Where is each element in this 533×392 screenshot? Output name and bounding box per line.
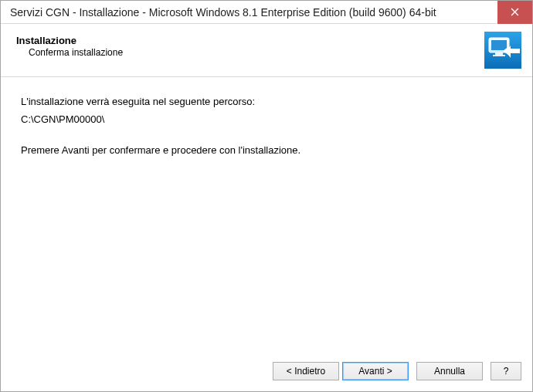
cancel-button[interactable]: Annulla: [416, 362, 483, 380]
wizard-footer: < Indietro Avanti > Annulla ?: [1, 354, 532, 391]
titlebar: Servizi CGN - Installazione - Microsoft …: [1, 1, 532, 24]
install-path-value: C:\CGN\PM00000\: [21, 112, 512, 127]
header-text-block: Installazione Conferma installazione: [16, 32, 484, 58]
install-path-label: L'installazione verrà eseguita nel segue…: [21, 94, 512, 110]
next-button[interactable]: Avanti >: [342, 362, 409, 380]
svg-rect-5: [495, 52, 503, 55]
close-icon: [511, 8, 519, 16]
wizard-content: L'installazione verrà eseguita nel segue…: [3, 79, 530, 352]
back-button[interactable]: < Indietro: [273, 362, 339, 380]
header-title: Installazione: [16, 35, 484, 46]
svg-rect-6: [493, 55, 505, 56]
wizard-header: Installazione Conferma installazione: [1, 24, 532, 77]
installer-window: Servizi CGN - Installazione - Microsoft …: [0, 0, 533, 392]
header-subtitle: Conferma installazione: [16, 47, 484, 58]
installer-icon: [484, 32, 521, 69]
install-instruction: Premere Avanti per confermare e proceder…: [21, 143, 512, 158]
close-button[interactable]: [497, 1, 532, 24]
window-title: Servizi CGN - Installazione - Microsoft …: [1, 6, 497, 19]
svg-rect-4: [491, 40, 507, 50]
help-button[interactable]: ?: [491, 362, 521, 380]
